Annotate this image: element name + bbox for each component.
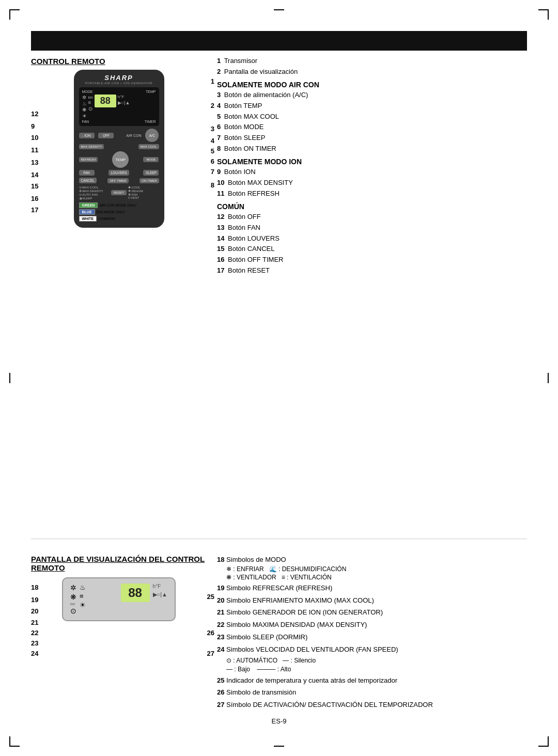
display-icon-cool: ✲ (70, 584, 76, 592)
item-11: 11 Botón REFRESH (217, 190, 527, 198)
display-icon-auto: ⊙ (70, 607, 76, 615)
refresh-btn[interactable]: REFRESH (79, 157, 98, 162)
symbol-enfriar: ❄ : ENFRIAR 🌊 : DESHUMIDIFICACIÓN (226, 565, 346, 573)
ion-btn[interactable]: - ION (79, 133, 95, 138)
btn-row-2: MAX DENSITY MAX COOL (79, 144, 159, 149)
item-18: 18 Simbolos de MODO (217, 555, 527, 565)
item-24: 24 Simbolos VELOCIDAD DEL VENTILADOR (FA… (217, 644, 527, 655)
max-density-btn[interactable]: MAX DENSITY (79, 144, 104, 149)
label-dehum: ❋:DEHUM (128, 189, 159, 193)
text-1: Transmisor (224, 57, 258, 65)
display-hf: h°F (153, 584, 167, 589)
display-icons-col: ✲ ❋ ion ⊙ (70, 584, 76, 615)
right-column: 1 Transmisor 2 Pantalla de visualización… (217, 57, 527, 530)
legend-blue-color: BLUE (79, 209, 95, 215)
num-1: 1 (217, 57, 221, 65)
callout-21: 21 (31, 619, 38, 626)
legend-white-color: WHITE (79, 216, 97, 222)
corner-mark-left-center (9, 373, 20, 383)
corner-mark-bottom-center (274, 736, 284, 747)
display-content: ✲ ❋ ion ⊙ ♨ ≡ ☀ 88 (70, 584, 167, 615)
item-23: 23 Simbolo SLEEP (DORMIR) (217, 632, 527, 643)
btn-row-1: - ION OFF AIR CON A/C (79, 129, 159, 142)
page-number: ES-9 (31, 717, 527, 725)
callout-23: 23 (31, 639, 38, 647)
heat-icon: ☀ (82, 113, 87, 119)
callout-2: 2 (211, 102, 214, 109)
remote-subtitle: PORTABLE AIR CON + ION GENERATOR (79, 82, 159, 85)
sleep-btn[interactable]: SLEEP (143, 170, 159, 176)
hf-label: h°F (118, 94, 130, 99)
item-26: 26 Simbolo de transmisión (217, 687, 527, 698)
off-btn[interactable]: OFF (98, 133, 114, 138)
callout-14: 14 (31, 171, 38, 179)
callout-11: 11 (31, 146, 38, 154)
bottom-left: PANTALLA DE VISUALIZACIÓN DEL CONTROL RE… (31, 555, 207, 712)
items-ion: 9 Botón ION 10 Botón MAX DENSITY 11 Botó… (217, 168, 527, 198)
callout-10: 10 (31, 134, 38, 141)
label-maxcool: ⊙:MAX COOL (79, 185, 110, 189)
legend-green-text: AIR CON MODE ONLY (99, 203, 137, 207)
fan-icon: ❋ (82, 107, 87, 113)
ion-group: - ION (79, 133, 95, 138)
remote-diagram-area: 12 9 10 11 13 14 15 16 17 1 2 3 4 5 6 7 … (31, 70, 207, 228)
item-17: 17 Botón RESET (217, 266, 527, 275)
item-18-group: 18 Simbolos de MODO ❄ : ENFRIAR 🌊 : DESH… (217, 555, 527, 581)
display-icon-dry: ♨ (80, 584, 86, 591)
item-6: 6 Botón MODE (217, 123, 527, 132)
top-section: CONTROL REMOTO 12 9 10 11 13 14 15 16 17… (31, 57, 527, 530)
top-bar (31, 31, 527, 51)
louvers-btn[interactable]: LOUVERS (109, 170, 129, 176)
main-content: CONTROL REMOTO 12 9 10 11 13 14 15 16 17… (31, 57, 527, 725)
display-timer-icons: ▶○|▲ (153, 591, 167, 598)
display-ion-label: ion (70, 602, 76, 606)
cool-icon: ✲ (82, 94, 87, 100)
display-right-area: h°F ▶○|▲ (153, 584, 167, 598)
cancel-btn[interactable]: CANCEL (79, 178, 97, 183)
auto-icon: ⊙ (88, 106, 93, 112)
legend-green: GREEN AIR CON MODE ONLY (79, 202, 159, 208)
bottom-section: PANTALLA DE VISUALIZACIÓN DEL CONTROL RE… (31, 555, 527, 712)
item-27: 27 Símbolo DE ACTIVACIÓN/ DESACTIVACIÓN … (217, 700, 527, 711)
callout-19: 19 (31, 596, 38, 604)
callout-26: 26 (207, 629, 214, 637)
item-5: 5 Botón MAX COOL (217, 113, 527, 121)
on-timer-btn[interactable]: ON TIMER (140, 178, 159, 183)
display-icon-fan: ❋ (70, 593, 76, 601)
display-body-container: ✲ ❋ ion ⊙ ♨ ≡ ☀ 88 (45, 577, 192, 621)
off-timer-btn[interactable]: OFF TIMER (107, 178, 128, 183)
mode-icons: ✲ ♨ ❋ ☀ (82, 94, 87, 119)
callout-9: 9 (31, 122, 35, 130)
fan-btn[interactable]: FAN (79, 170, 95, 176)
reset-btn[interactable]: RESET (111, 190, 127, 195)
item-1: 1 Transmisor (217, 57, 527, 66)
corner-mark-top-center (274, 9, 284, 20)
mode-btn[interactable]: MODE (143, 157, 159, 162)
item-4: 4 Botón TEMP (217, 102, 527, 111)
callout-5: 5 (211, 147, 214, 155)
item-15: 15 Botón CANCEL (217, 245, 527, 254)
callout-20: 20 (31, 607, 38, 615)
symbol-auto: ⊙ : AUTOMÁTICO — : Silencio (226, 657, 316, 664)
temp-btn[interactable]: TEMP (112, 151, 129, 168)
callout-27: 27 (207, 650, 214, 657)
display-icon-vent: ≡ (80, 592, 86, 600)
mode-label: MODE (82, 90, 93, 93)
callout-3: 3 (211, 125, 214, 133)
fan-speed-symbols-2: — : Bajo ——— : Alto (226, 666, 527, 673)
max-cool-btn[interactable]: MAX COOL (138, 144, 159, 149)
callout-22: 22 (31, 629, 38, 637)
fan-timer-labels: FAN TIMER (82, 120, 156, 123)
ion-section-title: SOLAMENTE MODO ION (217, 158, 527, 166)
left-column: CONTROL REMOTO 12 9 10 11 13 14 15 16 17… (31, 57, 207, 530)
temp-label: TEMP (146, 90, 156, 93)
ac-btn[interactable]: A/C (145, 129, 159, 142)
btn-row-3: REFRESH TEMP MODE (79, 151, 159, 168)
legend-blue: BLUE ION MODE ONLY (79, 209, 159, 215)
item-14: 14 Botón LOUVERS (217, 234, 527, 243)
remote-control: SHARP PORTABLE AIR CON + ION GENERATOR M… (74, 70, 164, 228)
corner-mark-right-center (538, 373, 549, 383)
corner-mark-br (538, 736, 549, 747)
corner-mark-tl (9, 9, 20, 20)
symbol-ventilador: ❋ : VENTILADOR ≡ : VENTILACIÓN (226, 574, 332, 581)
